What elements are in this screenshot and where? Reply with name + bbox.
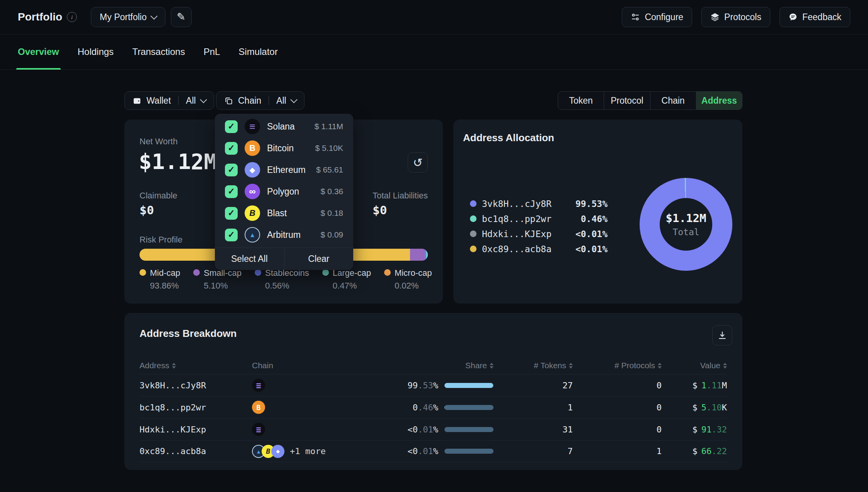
table-row[interactable]: bc1q8...pp2wr 0.46% 1 0 $5.10K: [140, 396, 727, 418]
layers-icon: [710, 12, 720, 22]
protocols-button[interactable]: Protocols: [701, 7, 770, 27]
dropdown-item-arbitrum[interactable]: ✓ Arbitrum $ 0.09: [215, 224, 353, 246]
more-chains-label: +1 more: [290, 446, 326, 456]
table-row[interactable]: 0xc89...acb8a +1 more <0.01% 7 1 $66.22: [140, 440, 727, 462]
blast-icon: [245, 205, 260, 221]
chain-name: Arbitrum: [267, 230, 314, 240]
row-share: 0.46%: [380, 403, 494, 412]
table-row[interactable]: Hdxki...KJExp <0.01% 31 0 $91.32: [140, 418, 727, 440]
tab-transactions[interactable]: Transactions: [132, 34, 185, 69]
column-header-share[interactable]: Share: [380, 361, 494, 370]
view-toggle-token[interactable]: Token: [558, 92, 604, 109]
select-all-button[interactable]: Select All: [215, 248, 284, 270]
chain-value: $ 0.18: [321, 208, 343, 218]
chain-name: Bitcoin: [267, 143, 308, 154]
donut-total-value: $1.12M: [666, 212, 706, 225]
address-breakdown-title: Address Breakdown: [140, 328, 237, 340]
row-share: <0.01%: [380, 446, 494, 456]
column-header-protocols[interactable]: # Protocols: [573, 361, 662, 370]
wallet-filter-label: Wallet: [146, 96, 171, 106]
top-bar-right: Configure Protocols: [613, 7, 850, 27]
row-tokens: 7: [494, 446, 573, 456]
checkbox-checked[interactable]: ✓: [225, 142, 238, 155]
edit-portfolio-button[interactable]: ✎: [171, 7, 192, 27]
chain-value: $ 5.10K: [315, 144, 343, 153]
dropdown-item-ethereum[interactable]: ✓ Ethereum $ 65.61: [215, 159, 353, 181]
dropdown-item-solana[interactable]: ✓ Solana $ 1.11M: [215, 116, 353, 137]
view-toggle-chain[interactable]: Chain: [650, 92, 696, 109]
risk-legend-pct: 0.02%: [395, 281, 432, 291]
row-value: $1.11M: [662, 381, 727, 390]
checkbox-checked[interactable]: ✓: [225, 185, 238, 198]
view-toggle-protocol[interactable]: Protocol: [604, 92, 650, 109]
allocation-share: 0.46%: [569, 214, 608, 224]
top-bar-left: Portfolio i My Portfolio ✎: [18, 7, 192, 27]
share-bar: [444, 427, 494, 432]
chain-value: $ 0.36: [321, 187, 343, 196]
portfolio-selector[interactable]: My Portfolio: [91, 7, 165, 27]
legend-dot: [322, 269, 329, 276]
checkbox-checked[interactable]: ✓: [225, 229, 238, 241]
portfolio-dashboard: Portfolio i My Portfolio ✎ Configure: [0, 0, 868, 492]
chain-icon: [224, 96, 233, 105]
allocation-legend: 3vk8H...cJy8R 99.53% bc1q8...pp2wr 0.46%…: [470, 196, 608, 256]
refresh-button[interactable]: ↺: [408, 152, 428, 173]
feedback-button[interactable]: Feedback: [779, 7, 850, 27]
chain-name: Polygon: [267, 186, 314, 197]
row-tokens: 31: [494, 425, 573, 434]
row-address: bc1q8...pp2wr: [140, 403, 252, 412]
allocation-share: <0.01%: [569, 244, 608, 254]
dropdown-item-bitcoin[interactable]: ✓ Bitcoin $ 5.10K: [215, 137, 353, 159]
info-icon: i: [67, 12, 77, 22]
column-header-tokens[interactable]: # Tokens: [494, 361, 573, 370]
tab-overview[interactable]: Overview: [18, 34, 59, 69]
polygon-icon: [245, 184, 260, 199]
page-title: Portfolio: [18, 11, 62, 23]
tab-holdings[interactable]: Holdings: [78, 34, 114, 69]
risk-legend-item: Mid-cap 93.86%: [140, 268, 180, 291]
view-toggle-address[interactable]: Address: [696, 92, 742, 109]
address-allocation-card: Address Allocation 3vk8H...cJy8R 99.53% …: [453, 120, 742, 304]
row-chains: [252, 401, 380, 414]
row-address: Hdxki...KJExp: [140, 425, 252, 434]
sort-icon: [490, 363, 494, 369]
row-share: <0.01%: [380, 425, 494, 434]
row-protocols: 0: [573, 381, 662, 390]
risk-legend-pct: 5.10%: [204, 281, 242, 291]
checkbox-checked[interactable]: ✓: [225, 207, 238, 220]
risk-profile-legend: Mid-cap 93.86% Small-cap 5.10% Stablecoi…: [140, 268, 432, 291]
dropdown-item-polygon[interactable]: ✓ Polygon $ 0.36: [215, 181, 353, 202]
dropdown-item-blast[interactable]: ✓ Blast $ 0.18: [215, 202, 353, 224]
tab-simulator[interactable]: Simulator: [238, 34, 277, 69]
risk-legend-item: Small-cap 5.10%: [193, 268, 242, 291]
download-button[interactable]: [712, 325, 732, 345]
row-tokens: 27: [494, 381, 573, 390]
sort-icon: [172, 363, 176, 369]
wallet-icon: [133, 96, 141, 105]
checkbox-checked[interactable]: ✓: [225, 120, 238, 133]
allocation-address: Hdxki...KJExp: [482, 229, 569, 239]
column-header-value[interactable]: Value: [662, 361, 727, 370]
checkbox-checked[interactable]: ✓: [225, 164, 238, 176]
row-protocols: 1: [573, 446, 662, 456]
table-header: Address Chain Share # Tokens # Protocols: [124, 357, 742, 374]
solana-icon: [245, 119, 260, 134]
legend-dot: [470, 231, 477, 237]
feedback-label: Feedback: [802, 12, 841, 22]
configure-button[interactable]: Configure: [622, 7, 692, 27]
row-protocols: 0: [573, 403, 662, 412]
chain-filter-chip[interactable]: Chain All: [216, 91, 305, 110]
wallet-filter-value: All: [186, 96, 196, 106]
chain-value: $ 65.61: [316, 165, 343, 174]
wallet-filter-chip[interactable]: Wallet All: [124, 91, 214, 110]
row-chains: +1 more: [252, 445, 380, 458]
net-worth-label: Net Worth: [140, 137, 178, 147]
allocation-legend-item: bc1q8...pp2wr 0.46%: [470, 211, 608, 226]
clear-button[interactable]: Clear: [284, 248, 354, 270]
chevron-down-icon: [150, 12, 157, 19]
tab-pnl[interactable]: PnL: [204, 34, 220, 69]
donut-center: $1.12M Total: [660, 198, 712, 251]
column-header-address[interactable]: Address: [140, 361, 252, 370]
table-row[interactable]: 3vk8H...cJy8R 99.53% 27 0 $1.11M: [140, 374, 727, 396]
allocation-share: <0.01%: [569, 229, 608, 239]
